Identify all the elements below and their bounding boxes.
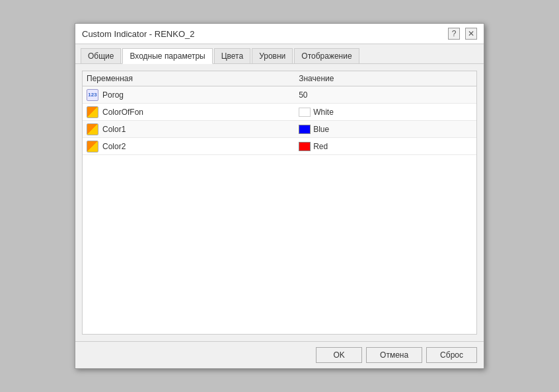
icon-color-color1 <box>87 123 98 135</box>
ok-button[interactable]: OK <box>316 347 362 363</box>
title-bar-controls: ? ✕ <box>448 28 477 40</box>
color-swatch-white <box>299 108 311 117</box>
icon-color-coloroffon <box>87 106 98 118</box>
footer: OK Отмена Сброс <box>75 341 484 368</box>
tab-colors[interactable]: Цвета <box>214 48 250 63</box>
row-value-color1[interactable]: Blue <box>299 125 472 134</box>
row-value-porog[interactable]: 50 <box>299 90 472 100</box>
tab-input-params[interactable]: Входные параметры <box>122 48 212 64</box>
table-header: Переменная Значение <box>83 71 476 86</box>
table-row: Color2 Red <box>83 138 476 155</box>
row-variable-color2: Color2 <box>87 141 299 152</box>
row-value-color2[interactable]: Red <box>299 142 472 151</box>
icon-123: 123 <box>87 89 98 101</box>
dialog: Custom Indicator - RENKO_2 ? ✕ Общие Вхо… <box>75 23 484 369</box>
tab-content: Переменная Значение 123 Porog 50 ColorOf… <box>75 64 484 341</box>
variable-name-coloroffon: ColorOfFon <box>102 108 143 117</box>
value-porog: 50 <box>299 90 307 100</box>
icon-color-color2 <box>87 141 98 152</box>
color-swatch-red <box>299 142 311 151</box>
color-swatch-blue <box>299 125 311 134</box>
reset-button[interactable]: Сброс <box>426 347 477 363</box>
row-variable-coloroffon: ColorOfFon <box>87 106 299 118</box>
tab-display[interactable]: Отображение <box>294 48 359 63</box>
col-header-variable: Переменная <box>87 74 299 83</box>
row-variable-porog: 123 Porog <box>87 89 299 101</box>
variable-name-color1: Color1 <box>102 125 126 134</box>
dialog-title: Custom Indicator - RENKO_2 <box>82 29 195 39</box>
value-color2: Red <box>313 142 328 151</box>
params-table: Переменная Значение 123 Porog 50 ColorOf… <box>82 71 477 335</box>
row-variable-color1: Color1 <box>87 123 299 135</box>
tab-bar: Общие Входные параметры Цвета Уровни Ото… <box>75 44 484 64</box>
close-button[interactable]: ✕ <box>465 28 477 40</box>
table-row: 123 Porog 50 <box>83 86 476 104</box>
col-header-value: Значение <box>299 74 472 83</box>
value-color1: Blue <box>313 125 329 134</box>
variable-name-porog: Porog <box>102 90 124 100</box>
variable-name-color2: Color2 <box>102 142 126 151</box>
tab-levels[interactable]: Уровни <box>252 48 293 63</box>
tab-general[interactable]: Общие <box>81 48 121 63</box>
title-bar: Custom Indicator - RENKO_2 ? ✕ <box>75 24 484 44</box>
table-row: ColorOfFon White <box>83 104 476 121</box>
table-row: Color1 Blue <box>83 121 476 138</box>
row-value-coloroffon[interactable]: White <box>299 108 472 117</box>
help-button[interactable]: ? <box>448 28 460 40</box>
cancel-button[interactable]: Отмена <box>366 347 422 363</box>
value-coloroffon: White <box>313 108 334 117</box>
